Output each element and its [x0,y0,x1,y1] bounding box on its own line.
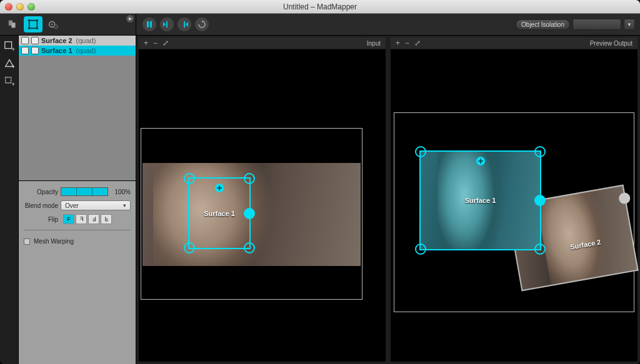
surface-row-type: (quad) [76,37,96,44]
input-pane-label: Input [367,40,381,47]
blend-mode-value: Over [65,202,79,209]
mesh-warping-label: Mesh Warping [34,238,74,245]
svg-rect-14 [4,42,11,49]
surface-row-name: Surface 2 [41,37,72,44]
quad-handle-tl[interactable] [415,146,426,157]
mode-surfaces-button[interactable] [24,16,42,32]
restart-button[interactable] [195,17,209,31]
preview-fullscreen-icon[interactable]: ⤢ [414,39,421,47]
mesh-warping-checkbox[interactable] [24,239,30,245]
quad-handle-bl[interactable] [415,243,426,255]
panel-collapse-button[interactable] [126,15,134,22]
quad-handle-bl[interactable] [184,242,195,253]
svg-text:+: + [11,81,14,87]
blend-mode-label: Blend mode [24,202,58,209]
quad-rotate-handle[interactable] [618,192,631,205]
input-fullscreen-icon[interactable]: ⤢ [162,39,169,47]
flip-normal-button[interactable]: F [63,214,74,224]
pause-button[interactable] [142,17,156,31]
window-title: Untitled – MadMapper [0,2,640,11]
preview-add-icon[interactable]: + [396,39,400,47]
svg-point-6 [36,27,39,30]
input-remove-icon[interactable]: − [153,39,158,47]
quad-handle-tr[interactable] [244,173,255,184]
quad-handle-br[interactable] [244,242,255,253]
flip-vertical-button[interactable]: ᖵ [88,214,99,224]
flip-both-button[interactable]: ᖶ [101,214,112,224]
surface-lock-checkbox[interactable] [31,47,39,54]
svg-text:+: + [11,64,14,69]
step-back-button[interactable] [160,17,174,31]
mode-settings-button[interactable] [44,16,62,32]
opacity-label: Opacity [24,189,58,195]
surface-visible-checkbox[interactable] [21,37,29,44]
svg-rect-10 [147,21,149,27]
surface-row[interactable]: Surface 1 (quad) [19,46,136,56]
quad-handle-tr[interactable] [534,146,546,157]
quad-label: Surface 1 [465,197,496,204]
quad-move-handle[interactable] [215,184,224,192]
blend-mode-select[interactable]: Over [61,200,131,210]
svg-point-9 [54,25,58,28]
svg-rect-12 [166,21,168,27]
opacity-value: 100% [111,189,131,195]
surface-list[interactable]: Surface 2 (quad) Surface 1 (quad) [19,36,136,181]
preview-pane-label: Preview Output [590,40,632,47]
quad-move-handle[interactable] [476,157,485,165]
input-surface-quad[interactable]: Surface 1 [188,177,251,249]
surface-lock-checkbox[interactable] [31,37,39,44]
surface-visible-checkbox[interactable] [21,47,29,54]
svg-text:+: + [11,46,14,52]
quad-rotate-handle[interactable] [534,195,546,206]
surface-row-type: (quad) [76,47,96,54]
svg-point-4 [36,19,39,22]
preview-surface1-quad[interactable]: Surface 1 [419,150,541,250]
flip-horizontal-button[interactable]: ᖷ [76,214,87,224]
svg-rect-2 [29,21,38,29]
add-mask-button[interactable]: + [2,74,16,88]
isolation-dropdown-toggle[interactable]: ▼ [624,19,635,30]
svg-rect-13 [184,21,185,27]
play-button[interactable] [178,17,191,31]
preview-remove-icon[interactable]: − [405,39,409,47]
input-canvas[interactable]: Surface 1 [139,49,386,362]
svg-rect-11 [150,21,152,27]
svg-point-5 [28,27,31,30]
quad-label: Surface 2 [569,238,601,250]
isolation-target-dropdown[interactable] [572,19,621,30]
add-quad-surface-button[interactable]: + [2,39,16,53]
svg-point-8 [51,24,53,26]
mode-media-button[interactable] [4,16,22,32]
add-triangle-surface-button[interactable]: + [2,57,16,71]
surface-row[interactable]: Surface 2 (quad) [19,36,136,46]
opacity-slider[interactable] [61,187,108,196]
surface-row-name: Surface 1 [41,47,72,54]
preview-output-canvas[interactable]: Surface 2 Surface 1 [391,49,638,362]
flip-label: Flip [24,216,58,223]
quad-handle-br[interactable] [534,243,546,255]
object-isolation-button[interactable]: Object Isolation [516,19,570,30]
quad-label: Surface 1 [204,210,235,217]
svg-rect-1 [11,22,15,27]
input-add-icon[interactable]: + [144,39,148,47]
quad-rotate-handle[interactable] [244,208,255,219]
svg-rect-17 [5,77,11,83]
quad-handle-tl[interactable] [184,173,195,184]
svg-point-3 [28,19,31,22]
